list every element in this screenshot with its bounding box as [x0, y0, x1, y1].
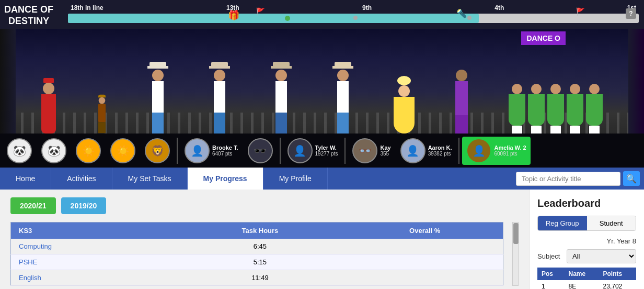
avatar-sep-3: [344, 138, 346, 164]
dress-g1: [509, 94, 525, 126]
avatar-sep-2: [280, 138, 281, 164]
search-button[interactable]: 🔍: [623, 171, 640, 186]
avatar-circle-5: 🦁: [145, 138, 170, 163]
char-head-5: [337, 70, 349, 81]
avatar-brooke[interactable]: 👤 Brooke T. 6407 pts: [180, 137, 243, 165]
hat-top-1: [150, 62, 166, 66]
year-btn-2019[interactable]: 2019/20: [61, 197, 107, 214]
char-head-4: [275, 70, 287, 81]
avatar-amelia[interactable]: 👤 Amelia W. 2 60091 pts: [462, 137, 530, 165]
subject-english[interactable]: English: [19, 274, 41, 282]
char-head-1: [43, 83, 54, 94]
avatar-kay[interactable]: 👓 Kay 355: [348, 137, 395, 165]
hat-top-4: [335, 62, 351, 66]
col-overall: Overall %: [347, 223, 503, 239]
char-body-purple: [455, 81, 468, 115]
hat-top-3: [273, 62, 290, 66]
leaderboard-title: Leaderboard: [537, 197, 636, 209]
subject-pshe[interactable]: PSHE: [19, 258, 37, 266]
avatar-item-3[interactable]: ☀️: [72, 137, 105, 165]
year-btn-2020[interactable]: 2020/21: [10, 197, 56, 214]
nav-my-progress[interactable]: My Progress: [188, 168, 263, 190]
head-g2: [531, 84, 542, 94]
socks-g2: [531, 126, 542, 134]
hours-computing: 6:45: [173, 239, 347, 254]
char-body-4: [275, 81, 287, 113]
character-purple-suit: [455, 70, 468, 134]
character-cowboy-4: [332, 62, 353, 134]
avatar-sep-4: [458, 138, 459, 164]
search-input[interactable]: [516, 172, 620, 186]
progress-table: KS3 Task Hours Overall % Computing 6:45 …: [10, 222, 503, 286]
col-subject: KS3: [11, 223, 174, 239]
rank-4th: 4th: [494, 4, 504, 12]
nav-home[interactable]: Home: [0, 168, 51, 190]
avatar-item-1[interactable]: 🐼: [3, 137, 36, 165]
unknown-marker: ?: [626, 8, 636, 19]
subject-select[interactable]: All Computing PSHE English Maths Science: [567, 249, 636, 263]
rank-bar-track: 🎁 🔦 ? 🚩 🚩: [68, 14, 639, 23]
avatar-circle-2: 🐼: [41, 138, 66, 163]
nav-my-set-tasks[interactable]: My Set Tasks: [112, 168, 188, 190]
tab-student[interactable]: Student: [587, 216, 636, 230]
avatar-item-2[interactable]: 🐼: [37, 137, 71, 165]
char-body-2: [152, 81, 164, 113]
game-title: DANCE OF DESTINY: [4, 4, 53, 27]
char-legs-2: [152, 113, 164, 134]
char-legs-5: [337, 113, 349, 134]
char-body-small: [98, 104, 106, 122]
avatar-item-5[interactable]: 🦁: [141, 137, 174, 165]
avatar-info-amelia: Amelia W. 2 60091 pts: [494, 144, 526, 157]
avatar-circle-4: ☀️: [110, 138, 135, 163]
nav-activities[interactable]: Activities: [51, 168, 112, 190]
rank-labels: 18th in line 13th 9th 4th 1st: [68, 4, 639, 12]
tab-reg-group[interactable]: Reg Group: [538, 216, 587, 230]
overall-pshe: [347, 254, 503, 270]
avatar-aaron[interactable]: 👤 Aaron K. 39382 pts: [396, 137, 456, 165]
year-buttons: 2020/21 2019/20: [10, 197, 519, 214]
char-body-5: [337, 81, 349, 113]
avatar-circle-amelia: 👤: [466, 138, 491, 163]
table-row: English 11:49: [11, 270, 503, 286]
char-head-6: [398, 85, 410, 97]
avatar-item-4[interactable]: ☀️: [106, 137, 140, 165]
character-yellow-dress: [394, 76, 415, 134]
avatar-j[interactable]: 🕶️: [244, 137, 277, 165]
char-dress-yellow: [394, 97, 415, 134]
avatar-tyler[interactable]: 👤 Tyler W. 19277 pts: [283, 137, 342, 165]
flag-13th: 🚩: [256, 7, 265, 16]
dress-g3: [547, 94, 564, 126]
main-content: 2020/21 2019/20 KS3 Task Hours Overall %…: [0, 190, 644, 289]
lb-pos-1: 1: [537, 280, 565, 289]
dress-g2: [528, 94, 545, 126]
leaderboard-tabs: Reg Group Student: [537, 216, 636, 231]
character-guitarist: [98, 95, 106, 134]
char-dress-red: [41, 94, 56, 134]
char-head-3: [214, 70, 225, 81]
hat-brim-4: [332, 66, 353, 69]
left-content: 2020/21 2019/20 KS3 Task Hours Overall %…: [0, 190, 529, 289]
green-dancer-group: [509, 84, 603, 134]
overall-english: [347, 270, 503, 286]
character-scene: [0, 29, 644, 134]
avatar-sep-1: [177, 138, 178, 164]
char-head-2: [152, 70, 164, 81]
char-green-1: [509, 84, 525, 134]
hours-pshe: 5:15: [173, 254, 347, 270]
dress-g5: [586, 94, 603, 126]
table-row: Computing 6:45: [11, 239, 503, 254]
marker-9th: [353, 16, 358, 20]
avatar-strip: 🐼 🐼 ☀️ ☀️ 🦁 👤 Brooke T. 6407 pts 🕶️: [0, 134, 644, 168]
nav-my-profile[interactable]: My Profile: [263, 168, 328, 190]
char-head-small: [98, 97, 105, 104]
hat-brim-1: [147, 66, 168, 69]
right-sidebar: Leaderboard Reg Group Student Yr. Year 8…: [529, 190, 644, 289]
search-icon: 🔍: [626, 174, 637, 184]
avatar-circle-j: 🕶️: [248, 138, 273, 163]
hours-english: 11:49: [173, 270, 347, 286]
char-legs-small: [98, 122, 106, 133]
avatar-info-tyler: Tyler W. 19277 pts: [315, 144, 338, 157]
subject-computing[interactable]: Computing: [19, 242, 52, 250]
scrollbar[interactable]: [512, 222, 519, 286]
socks-g1: [512, 126, 522, 134]
